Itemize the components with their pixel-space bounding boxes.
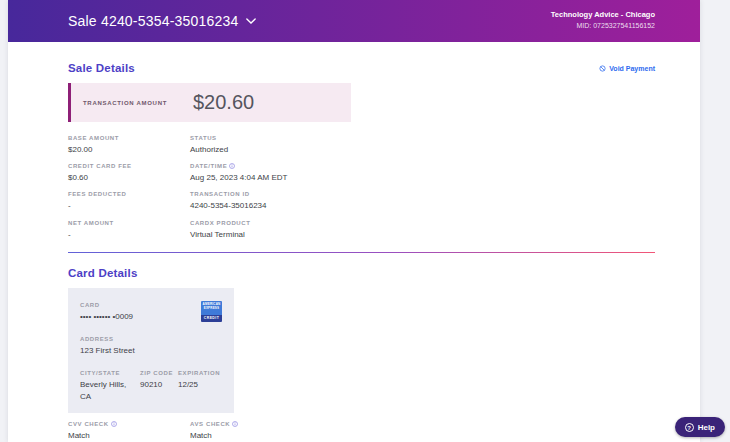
help-button[interactable]: ? Help bbox=[675, 417, 725, 437]
field-fees-deducted: FEES DEDUCTED - bbox=[68, 191, 190, 211]
field-expiration: EXPIRATION 12/25 bbox=[178, 370, 222, 401]
card-details-box: CARD •••• •••••• •0009 AMERICAN EXPRESS … bbox=[68, 288, 234, 413]
sale-fields-grid: BASE AMOUNT $20.00 STATUS Authorized CRE… bbox=[68, 135, 655, 240]
field-base-amount: BASE AMOUNT $20.00 bbox=[68, 135, 190, 155]
field-avs-check: AVS CHECK Match bbox=[190, 421, 655, 441]
info-icon[interactable] bbox=[229, 163, 235, 169]
field-transaction-id: TRANSACTION ID 4240-5354-35016234 bbox=[190, 191, 655, 211]
field-net-amount: NET AMOUNT - bbox=[68, 220, 190, 240]
transaction-amount-label: TRANSACTION AMOUNT bbox=[83, 100, 193, 106]
transaction-amount-value: $20.60 bbox=[193, 91, 254, 114]
field-cardx-product: CARDX PRODUCT Virtual Terminal bbox=[190, 220, 655, 240]
merchant-id: MID: 0725327541156152 bbox=[551, 21, 655, 31]
info-icon[interactable] bbox=[232, 421, 238, 427]
sale-title-dropdown[interactable]: Sale 4240-5354-35016234 bbox=[68, 13, 256, 29]
field-zip-code: ZIP CODE 90210 bbox=[140, 370, 178, 401]
field-cvv-check: CVV CHECK Match bbox=[68, 421, 190, 441]
void-payment-button[interactable]: Void Payment bbox=[599, 65, 655, 72]
merchant-name: Technology Advice - Chicago bbox=[551, 10, 655, 21]
amex-credit-card-icon: AMERICAN EXPRESS CREDIT bbox=[201, 301, 222, 322]
card-checks: CVV CHECK Match AVS CHECK Match bbox=[68, 421, 655, 441]
main-page: Sale 4240-5354-35016234 Technology Advic… bbox=[8, 0, 700, 442]
transaction-amount-box: TRANSACTION AMOUNT $20.60 bbox=[68, 83, 351, 122]
info-icon[interactable] bbox=[111, 421, 117, 427]
field-address: ADDRESS 123 First Street bbox=[80, 336, 222, 356]
sale-details-heading: Sale Details bbox=[68, 62, 135, 74]
field-status: STATUS Authorized bbox=[190, 135, 655, 155]
section-divider bbox=[68, 252, 655, 254]
header: Sale 4240-5354-35016234 Technology Advic… bbox=[8, 0, 700, 42]
void-icon bbox=[599, 65, 606, 72]
field-date-time: DATE/TIME Aug 25, 2023 4:04 AM EDT bbox=[190, 163, 655, 183]
page-title: Sale 4240-5354-35016234 bbox=[68, 13, 238, 29]
void-payment-label: Void Payment bbox=[609, 65, 655, 72]
field-credit-card-fee: CREDIT CARD FEE $0.60 bbox=[68, 163, 190, 183]
chevron-down-icon bbox=[246, 18, 256, 24]
field-card-number: CARD •••• •••••• •0009 bbox=[80, 302, 133, 322]
field-city-state: CITY/STATE Beverly Hills, CA bbox=[80, 370, 140, 401]
merchant-info: Technology Advice - Chicago MID: 0725327… bbox=[551, 10, 655, 31]
question-circle-icon: ? bbox=[685, 423, 694, 432]
card-details-heading: Card Details bbox=[68, 267, 138, 279]
content: Sale Details Void Payment TRANSACTION AM… bbox=[8, 62, 700, 441]
help-button-label: Help bbox=[698, 423, 715, 432]
